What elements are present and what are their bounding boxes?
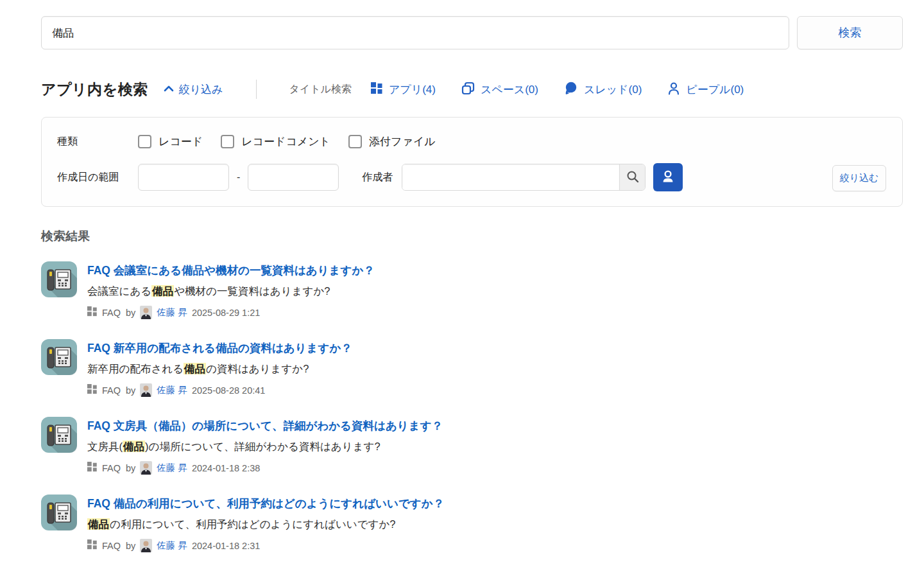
filter-panel: 種類 レコード レコードコメント 添付ファイル 作成日の範囲 - <box>41 117 903 207</box>
person-icon <box>660 169 676 186</box>
type-options: レコード レコードコメント 添付ファイル <box>138 134 436 149</box>
result-description: 備品の利用について、利用予約はどのようにすればいいですか? <box>87 518 444 532</box>
result-title-link[interactable]: FAQ 備品の利用について、利用予約はどのようにすればいいですか？ <box>87 496 444 511</box>
attachment-checkbox[interactable] <box>348 135 362 148</box>
tab-threads-label: スレッド(0) <box>584 82 642 97</box>
tab-apps[interactable]: アプリ(4) <box>371 82 436 97</box>
faq-app-phone-icon <box>41 495 77 530</box>
tab-people[interactable]: ピープル(0) <box>667 82 744 98</box>
tab-spaces-label: スペース(0) <box>481 82 538 97</box>
author-avatar <box>140 539 152 552</box>
people-picker-button[interactable] <box>653 163 683 191</box>
attachment-checkbox-label: 添付ファイル <box>369 134 436 149</box>
author-link[interactable]: 佐藤 昇 <box>157 462 187 474</box>
apply-filter-button[interactable]: 絞り込む <box>832 165 886 191</box>
result-app-name: FAQ <box>102 385 121 396</box>
result-description: 文房具(備品)の場所について、詳細がわかる資料はあります? <box>87 440 443 454</box>
app-grid-icon-gray <box>87 462 98 474</box>
checkbox-record[interactable]: レコード <box>138 134 203 149</box>
by-label: by <box>126 385 135 396</box>
record-comment-checkbox-label: レコードコメント <box>241 134 330 149</box>
title-search-toggle[interactable]: タイトル検索 <box>289 83 352 96</box>
result-item: FAQ 新卒用の配布される備品の資料はありますか？ 新卒用の配布される備品の資料… <box>41 339 903 397</box>
result-meta: FAQ by 佐藤 昇 2024-01-18 2:31 <box>87 539 444 552</box>
chevron-up-icon <box>164 83 174 95</box>
result-description: 会議室にある備品や機材の一覧資料はありますか? <box>87 285 375 299</box>
author-link[interactable]: 佐藤 昇 <box>157 384 187 396</box>
by-label: by <box>126 541 135 551</box>
result-item: FAQ 文房具（備品）の場所について、詳細がわかる資料はあります？ 文房具(備品… <box>41 417 903 475</box>
result-title-link[interactable]: FAQ 新卒用の配布される備品の資料はありますか？ <box>87 340 352 356</box>
author-avatar <box>140 383 152 397</box>
search-page: 検索 アプリ内を検索 絞り込み タイトル検索 <box>0 0 924 552</box>
highlighted-keyword: 備品 <box>151 285 174 297</box>
search-icon <box>626 170 639 185</box>
date-to-input[interactable] <box>248 164 339 191</box>
app-grid-icon-gray <box>87 539 98 552</box>
by-label: by <box>126 463 135 473</box>
highlighted-keyword: 備品 <box>123 441 145 452</box>
result-app-name: FAQ <box>102 541 121 551</box>
author-avatar <box>140 461 152 475</box>
tab-people-label: ピープル(0) <box>686 82 744 97</box>
highlighted-keyword: 備品 <box>184 363 206 374</box>
result-timestamp: 2025-08-28 20:41 <box>192 385 266 396</box>
tab-threads[interactable]: スレッド(0) <box>564 82 642 98</box>
type-filter-row: 種類 レコード レコードコメント 添付ファイル <box>57 134 887 149</box>
spaces-icon <box>461 82 475 98</box>
top-search-bar: 検索 <box>41 16 903 49</box>
by-label: by <box>126 308 135 318</box>
result-timestamp: 2024-01-18 2:38 <box>192 463 260 473</box>
date-separator: - <box>237 171 240 183</box>
author-link[interactable]: 佐藤 昇 <box>157 539 187 552</box>
result-item: FAQ 会議室にある備品や機材の一覧資料はありますか？ 会議室にある備品や機材の… <box>41 261 903 319</box>
tab-spaces[interactable]: スペース(0) <box>461 82 538 98</box>
filter-toggle[interactable]: 絞り込み <box>164 82 223 97</box>
app-grid-icon-gray <box>87 306 98 319</box>
author-avatar <box>140 306 152 319</box>
date-creator-row: 作成日の範囲 - 作成者 <box>57 163 887 191</box>
faq-app-phone-icon <box>41 339 77 375</box>
result-timestamp: 2025-08-29 1:21 <box>192 308 260 318</box>
result-app-name: FAQ <box>102 308 121 318</box>
results-heading: 検索結果 <box>41 228 903 245</box>
thread-icon <box>564 82 578 98</box>
divider <box>256 80 257 99</box>
highlighted-keyword: 備品 <box>87 518 110 530</box>
checkbox-record-comment[interactable]: レコードコメント <box>221 134 330 149</box>
app-grid-icon-gray <box>87 384 98 396</box>
faq-app-phone-icon <box>41 417 77 453</box>
type-label: 種類 <box>57 135 138 148</box>
search-button[interactable]: 検索 <box>797 16 903 49</box>
checkbox-attachment[interactable]: 添付ファイル <box>348 134 436 149</box>
result-description: 新卒用の配布される備品の資料はありますか? <box>87 362 352 376</box>
result-timestamp: 2024-01-18 2:31 <box>192 541 260 551</box>
date-range-label: 作成日の範囲 <box>57 171 138 184</box>
record-checkbox-label: レコード <box>158 134 203 149</box>
page-title: アプリ内を検索 <box>41 80 148 100</box>
creator-field <box>402 164 646 191</box>
search-input[interactable] <box>41 16 789 49</box>
result-title-link[interactable]: FAQ 会議室にある備品や機材の一覧資料はありますか？ <box>87 263 375 278</box>
tab-apps-label: アプリ(4) <box>389 82 436 97</box>
date-from-input[interactable] <box>138 164 229 191</box>
result-type-tabs: アプリ(4) スペース(0) <box>371 82 744 98</box>
filter-toggle-label: 絞り込み <box>179 82 223 97</box>
results-header: アプリ内を検索 絞り込み タイトル検索 アプリ(4) <box>41 78 903 100</box>
result-meta: FAQ by 佐藤 昇 2024-01-18 2:38 <box>87 461 443 475</box>
author-link[interactable]: 佐藤 昇 <box>157 306 187 319</box>
result-meta: FAQ by 佐藤 昇 2025-08-28 20:41 <box>87 383 352 397</box>
creator-label: 作成者 <box>362 171 393 184</box>
creator-search-button[interactable] <box>619 164 645 190</box>
result-item: FAQ 備品の利用について、利用予約はどのようにすればいいですか？ 備品の利用に… <box>41 495 903 552</box>
result-list: FAQ 会議室にある備品や機材の一覧資料はありますか？ 会議室にある備品や機材の… <box>41 261 903 552</box>
creator-input[interactable] <box>402 164 619 190</box>
result-title-link[interactable]: FAQ 文房具（備品）の場所について、詳細がわかる資料はあります？ <box>87 418 443 434</box>
record-comment-checkbox[interactable] <box>221 135 234 148</box>
faq-app-phone-icon <box>41 261 77 297</box>
result-meta: FAQ by 佐藤 昇 2025-08-29 1:21 <box>87 306 375 319</box>
result-app-name: FAQ <box>102 463 121 473</box>
app-grid-icon <box>371 82 383 97</box>
record-checkbox[interactable] <box>138 135 151 148</box>
people-icon <box>667 82 680 98</box>
